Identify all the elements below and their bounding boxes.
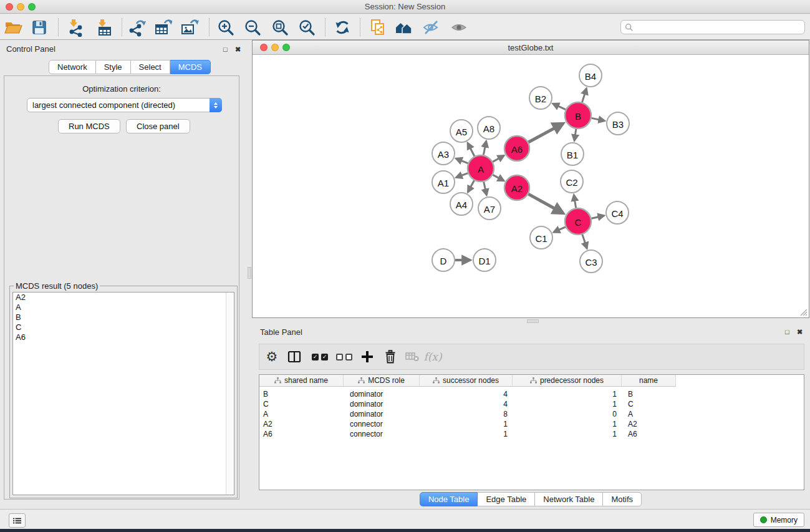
edge-A2-C[interactable]	[528, 194, 563, 213]
task-history-button[interactable]	[9, 513, 26, 528]
edge-C-C1[interactable]	[554, 227, 566, 232]
node-B[interactable]: B	[565, 102, 591, 128]
edge-A-A5[interactable]	[468, 143, 475, 156]
zoom-in-button[interactable]	[215, 16, 237, 39]
mcds-result-item[interactable]: A6	[13, 332, 234, 342]
control-panel-close-icon[interactable]: ✖	[235, 46, 241, 53]
tab-edge-table[interactable]: Edge Table	[478, 492, 535, 506]
new-network-from-selection-button[interactable]	[367, 16, 389, 39]
run-mcds-button[interactable]: Run MCDS	[58, 119, 120, 133]
table-panel-close-icon[interactable]: ✖	[797, 328, 803, 336]
edge-A-A2[interactable]	[493, 175, 504, 181]
edge-A-A8[interactable]	[483, 141, 486, 155]
network-minimize-button[interactable]	[271, 44, 279, 51]
edge-A-A6[interactable]	[493, 155, 504, 162]
list-scrollbar[interactable]	[226, 293, 234, 495]
table-row-A2[interactable]: A2connector11A2	[259, 419, 804, 429]
node-B3[interactable]: B3	[607, 112, 629, 135]
function-builder-button[interactable]: f(x)	[422, 344, 443, 369]
resize-grip-icon[interactable]	[799, 307, 808, 316]
node-C3[interactable]: C3	[580, 250, 602, 273]
mcds-result-item[interactable]: B	[13, 312, 234, 322]
search-input[interactable]	[636, 22, 801, 32]
table-row-A6[interactable]: A6connector11A6	[259, 429, 804, 439]
node-A7[interactable]: A7	[478, 197, 501, 220]
edge-A-A7[interactable]	[484, 181, 487, 195]
column-header-successor-nodes[interactable]: successor nodes	[420, 375, 513, 387]
save-session-button[interactable]	[28, 16, 51, 39]
node-A5[interactable]: A5	[450, 120, 473, 142]
node-B1[interactable]: B1	[561, 143, 584, 165]
optimization-criterion-select[interactable]: largest connected component (directed)	[27, 98, 222, 112]
mcds-result-item[interactable]: A2	[13, 293, 234, 302]
node-A6[interactable]: A6	[504, 136, 529, 161]
tab-style[interactable]: Style	[96, 60, 131, 74]
tab-mcds[interactable]: MCDS	[170, 60, 211, 74]
table-row-C[interactable]: Cdominator41C	[259, 399, 804, 409]
edge-C-C4[interactable]	[591, 216, 604, 219]
delete-column-button[interactable]	[380, 344, 401, 369]
mcds-result-item[interactable]: C	[13, 322, 234, 332]
select-all-button[interactable]: ✓✓	[309, 344, 330, 369]
open-file-button[interactable]	[2, 16, 24, 39]
zoom-out-button[interactable]	[241, 16, 264, 39]
column-header-name[interactable]: name	[622, 375, 676, 387]
network-graph-canvas[interactable]: AA1A2A3A4A5A6A7A8BB1B2B3B4CC1C2C3C4DD1	[253, 55, 809, 317]
node-C[interactable]: C	[565, 208, 591, 235]
delete-table-button[interactable]	[402, 344, 423, 369]
tab-network[interactable]: Network	[49, 60, 96, 74]
edge-A6-B[interactable]	[528, 123, 563, 142]
edge-A-A1[interactable]	[456, 173, 468, 178]
table-row-B[interactable]: Bdominator41B	[259, 389, 804, 399]
column-header-MCDS-role[interactable]: MCDS role	[344, 375, 420, 387]
zoom-window-button[interactable]	[28, 3, 36, 11]
tab-network-table[interactable]: Network Table	[535, 492, 603, 506]
node-B4[interactable]: B4	[579, 64, 602, 87]
control-panel-float-icon[interactable]: □	[223, 46, 228, 53]
tab-select[interactable]: Select	[131, 60, 170, 74]
export-network-button[interactable]	[125, 16, 148, 39]
close-window-button[interactable]	[6, 3, 13, 11]
hide-selected-button[interactable]	[420, 16, 442, 39]
import-table-button[interactable]	[93, 16, 115, 39]
memory-button[interactable]: Memory	[753, 513, 804, 527]
network-close-button[interactable]	[260, 44, 268, 51]
edge-C-C3[interactable]	[582, 235, 587, 249]
edge-B-B1[interactable]	[574, 129, 576, 141]
table-row-A[interactable]: Adominator80A	[259, 409, 804, 419]
edge-A-A4[interactable]	[468, 180, 474, 192]
first-neighbors-button[interactable]	[393, 16, 415, 39]
node-A1[interactable]: A1	[432, 171, 455, 193]
import-network-button[interactable]	[64, 16, 87, 39]
network-zoom-button[interactable]	[282, 44, 290, 51]
node-A4[interactable]: A4	[450, 193, 473, 215]
node-D1[interactable]: D1	[473, 249, 496, 271]
export-table-button[interactable]	[152, 16, 174, 39]
node-D[interactable]: D	[432, 249, 455, 271]
edge-B-B2[interactable]	[553, 104, 566, 110]
zoom-fit-button[interactable]	[269, 16, 291, 39]
table-panel-float-icon[interactable]: □	[785, 328, 789, 336]
node-C1[interactable]: C1	[530, 226, 552, 249]
edge-B-B4[interactable]	[582, 89, 587, 102]
edge-A-A3[interactable]	[456, 158, 468, 163]
edge-B-B3[interactable]	[592, 118, 605, 120]
horizontal-splitter-grip[interactable]	[527, 319, 539, 323]
refresh-button[interactable]	[331, 16, 354, 39]
edge-C-C2[interactable]	[574, 195, 576, 208]
minimize-window-button[interactable]	[17, 3, 24, 11]
zoom-selected-button[interactable]	[296, 16, 318, 39]
node-A2[interactable]: A2	[504, 175, 529, 200]
column-header-shared-name[interactable]: shared name	[259, 375, 344, 387]
tab-node-table[interactable]: Node Table	[420, 492, 478, 506]
show-all-button[interactable]	[448, 16, 470, 39]
node-A8[interactable]: A8	[478, 117, 500, 139]
deselect-all-button[interactable]	[334, 344, 355, 369]
export-image-button[interactable]	[178, 16, 201, 39]
node-A3[interactable]: A3	[432, 142, 455, 165]
table-settings-button[interactable]: ⚙	[261, 344, 282, 369]
node-C4[interactable]: C4	[606, 201, 629, 224]
column-header-predecessor-nodes[interactable]: predecessor nodes	[513, 375, 622, 387]
show-columns-button[interactable]	[284, 344, 305, 369]
close-panel-button[interactable]: Close panel	[126, 119, 190, 133]
